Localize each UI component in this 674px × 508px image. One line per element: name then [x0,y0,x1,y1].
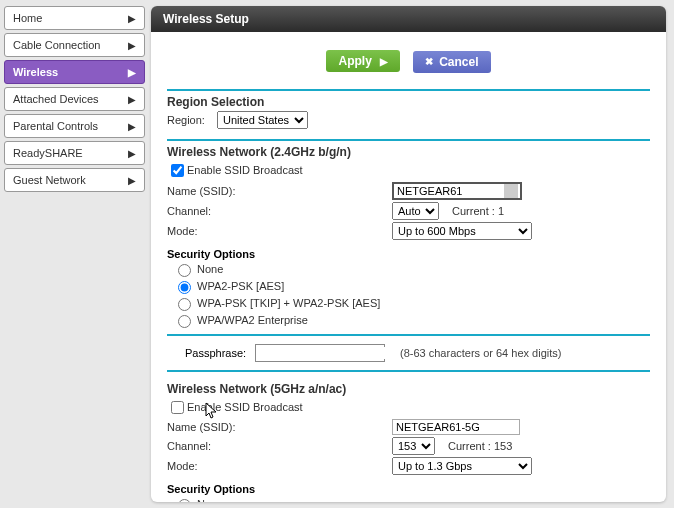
sec5-none-radio[interactable] [178,499,191,503]
chevron-right-icon: ▶ [128,121,136,132]
nav-label: ReadySHARE [13,147,83,159]
ssid5-label: Name (SSID): [167,421,392,433]
ssid24-input[interactable] [394,184,504,198]
channel24-select[interactable]: Auto [392,202,439,220]
nav-cable-connection[interactable]: Cable Connection ▶ [4,33,145,57]
mode5-select[interactable]: Up to 1.3 Gbps [392,457,532,475]
nav-guest-network[interactable]: Guest Network ▶ [4,168,145,192]
chevron-right-icon: ▶ [128,67,136,78]
cancel-button[interactable]: Cancel [413,51,490,73]
chevron-right-icon: ▶ [128,40,136,51]
content-area[interactable]: Region Selection Region: United States W… [151,77,666,503]
main-panel: Wireless Setup Apply Cancel Region Selec… [151,6,666,502]
region-label: Region: [167,114,217,126]
sec24-wpa-mixed-radio[interactable] [178,298,191,311]
nav-label: Attached Devices [13,93,99,105]
passphrase-input[interactable] [256,347,400,359]
ssid24-label: Name (SSID): [167,185,392,197]
sec24-none-radio[interactable] [178,264,191,277]
chevron-right-icon: ▶ [128,148,136,159]
enable-ssid-24-label: Enable SSID Broadcast [187,164,303,176]
region-heading: Region Selection [167,89,650,109]
sec24-none-label: None [197,263,223,275]
nav-label: Parental Controls [13,120,98,132]
nav-readyshare[interactable]: ReadySHARE ▶ [4,141,145,165]
passphrase-hint: (8-63 characters or 64 hex digits) [400,347,561,359]
mode24-label: Mode: [167,225,392,237]
nav-attached-devices[interactable]: Attached Devices ▶ [4,87,145,111]
mode24-select[interactable]: Up to 600 Mbps [392,222,532,240]
nav-label: Cable Connection [13,39,100,51]
channel24-info: Current : 1 [452,205,504,217]
chevron-right-icon: ▶ [128,94,136,105]
nav-label: Home [13,12,42,24]
nav-parental-controls[interactable]: Parental Controls ▶ [4,114,145,138]
keyboard-icon[interactable] [504,184,518,198]
sec24-enterprise-radio[interactable] [178,315,191,328]
nav-wireless[interactable]: Wireless ▶ [4,60,145,84]
sec5-none-label: None [197,498,223,503]
sec24-wpa-mixed-label: WPA-PSK [TKIP] + WPA2-PSK [AES] [197,297,380,309]
enable-ssid-24-checkbox[interactable] [171,164,184,177]
nav-home[interactable]: Home ▶ [4,6,145,30]
page-title: Wireless Setup [151,6,666,32]
channel24-label: Channel: [167,205,392,217]
sec24-enterprise-label: WPA/WPA2 Enterprise [197,314,308,326]
enable-ssid-5-label: Enable SSID Broadcast [187,401,303,413]
passphrase-row: Passphrase: (8-63 characters or 64 hex d… [167,334,650,372]
ssid5-input[interactable] [392,419,520,435]
security24-heading: Security Options [167,248,650,260]
chevron-right-icon: ▶ [128,13,136,24]
toolbar: Apply Cancel [151,32,666,77]
enable-ssid-5-checkbox[interactable] [171,401,184,414]
passphrase-label: Passphrase: [185,347,255,359]
region-select[interactable]: United States [217,111,308,129]
nav-label: Guest Network [13,174,86,186]
mode5-label: Mode: [167,460,392,472]
channel5-info: Current : 153 [448,440,512,452]
sec24-wpa2-label: WPA2-PSK [AES] [197,280,284,292]
chevron-right-icon: ▶ [128,175,136,186]
sec24-wpa2-radio[interactable] [178,281,191,294]
band5-heading: Wireless Network (5GHz a/n/ac) [167,378,650,396]
sidebar: Home ▶ Cable Connection ▶ Wireless ▶ Att… [0,0,145,508]
band24-heading: Wireless Network (2.4GHz b/g/n) [167,139,650,159]
apply-button[interactable]: Apply [326,50,399,72]
channel5-label: Channel: [167,440,392,452]
nav-label: Wireless [13,66,58,78]
security5-heading: Security Options [167,483,650,495]
channel5-select[interactable]: 153 [392,437,435,455]
